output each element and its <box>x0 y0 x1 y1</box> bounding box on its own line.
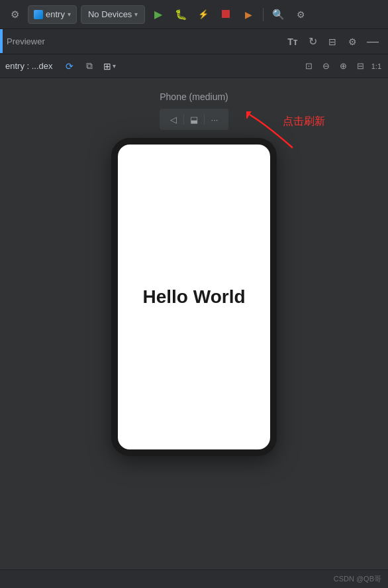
top-toolbar: ⚙ entry ▾ No Devices ▾ ▶ 🐛 ⚡ ▶ 🔍 ⚙ <box>0 0 388 29</box>
entry-path: entry : ...dex <box>5 61 53 71</box>
phone-controls: ◁ ⬓ ··· <box>160 109 228 130</box>
annotation-container: 点击刷新 <box>283 115 325 129</box>
coverage-icon: ⚡ <box>198 9 209 19</box>
zoom-in-button[interactable]: ⊕ <box>336 58 352 74</box>
preview-area: 点击刷新 Phone (medium) ◁ ⬓ ··· <box>0 78 388 569</box>
expand-icon: ⊟ <box>357 61 364 71</box>
previewer-header: Previewer Tт ↻ ⊟ ⚙ — <box>0 29 388 54</box>
no-devices-label: No Devices <box>88 9 132 19</box>
more-icon: ··· <box>211 115 218 125</box>
back-button[interactable]: ◁ <box>165 111 182 128</box>
main-settings-button[interactable]: ⚙ <box>291 5 310 24</box>
search-button[interactable]: 🔍 <box>269 5 287 24</box>
gear-icon: ⚙ <box>11 9 19 21</box>
debug-button[interactable]: 🐛 <box>171 5 190 24</box>
rotate-icon: ⬓ <box>190 115 198 125</box>
layers-button[interactable]: ⧉ <box>81 58 98 75</box>
back-icon: ◁ <box>170 115 177 125</box>
layout-icon: ⊞ <box>103 61 111 72</box>
stop-icon <box>222 9 230 20</box>
settings-gear-button[interactable]: ⚙ <box>5 5 24 24</box>
expand-button[interactable]: ⊟ <box>353 58 369 74</box>
status-text: CSDN @QB哥 <box>334 574 381 584</box>
entry-icon <box>34 10 43 19</box>
no-devices-dropdown[interactable]: No Devices ▾ <box>81 5 145 24</box>
previewer-actions: Tт ↻ ⊟ ⚙ — <box>285 34 381 50</box>
play-icon: ▶ <box>154 8 162 21</box>
play-button[interactable]: ▶ <box>149 5 168 24</box>
zoom-ratio-label: 1:1 <box>370 62 383 70</box>
text-size-button[interactable]: Tт <box>285 34 301 50</box>
separator <box>183 114 184 125</box>
separator <box>204 114 205 125</box>
refresh-button[interactable]: ↻ <box>305 34 320 50</box>
device-toolbar: entry : ...dex ⟳ ⧉ ⊞ ▾ ⊡ ⊖ ⊕ ⊟ 1:1 <box>0 54 388 78</box>
chevron-down-icon: ▾ <box>134 11 138 18</box>
toolbar-separator <box>263 8 264 21</box>
live-preview-button[interactable]: ⟳ <box>61 58 78 75</box>
text-size-icon: Tт <box>287 36 297 47</box>
phone-label: Phone (medium) <box>160 91 228 102</box>
refresh-icon: ↻ <box>309 35 317 48</box>
filter-button[interactable]: ⊟ <box>324 34 340 50</box>
zoom-out-button[interactable]: ⊖ <box>318 58 334 74</box>
stop-button[interactable] <box>217 5 235 24</box>
hello-world-text: Hello World <box>142 286 245 308</box>
settings-icon: ⚙ <box>348 36 357 47</box>
active-tab-indicator <box>0 29 3 53</box>
layers-icon: ⧉ <box>86 60 93 72</box>
entry-dropdown[interactable]: entry ▾ <box>28 5 77 24</box>
more-options-button[interactable]: ··· <box>206 111 223 128</box>
zoom-in-icon: ⊕ <box>340 61 347 71</box>
profile-icon: ▶ <box>245 9 252 20</box>
zoom-controls: ⊡ ⊖ ⊕ ⊟ 1:1 <box>301 58 383 74</box>
rotate-device-button[interactable]: ⬓ <box>185 111 203 128</box>
annotation-text: 点击刷新 <box>283 115 325 127</box>
fit-icon: ⊡ <box>305 61 313 71</box>
layout-chevron-icon: ▾ <box>113 62 116 70</box>
fit-screen-button[interactable]: ⊡ <box>301 58 317 74</box>
layout-dropdown[interactable]: ⊞ ▾ <box>101 60 119 73</box>
previewer-title: Previewer <box>7 36 45 46</box>
live-preview-icon: ⟳ <box>66 61 73 72</box>
profile-button[interactable]: ▶ <box>239 5 258 24</box>
entry-label: entry <box>46 9 65 19</box>
phone-label-container: Phone (medium) ◁ ⬓ ··· <box>160 91 228 130</box>
debug-icon: 🐛 <box>175 9 187 21</box>
phone-screen: Hello World <box>118 145 270 449</box>
previewer-settings-button[interactable]: ⚙ <box>344 34 360 50</box>
chevron-down-icon: ▾ <box>68 11 71 18</box>
search-icon: 🔍 <box>272 9 285 21</box>
settings-icon: ⚙ <box>297 9 305 20</box>
status-bar: CSDN @QB哥 <box>0 569 388 588</box>
phone-mockup: Hello World <box>111 138 277 456</box>
zoom-out-icon: ⊖ <box>322 61 330 71</box>
filter-icon: ⊟ <box>328 36 336 47</box>
minimize-button[interactable]: — <box>364 34 381 48</box>
run-with-coverage-button[interactable]: ⚡ <box>194 5 213 24</box>
